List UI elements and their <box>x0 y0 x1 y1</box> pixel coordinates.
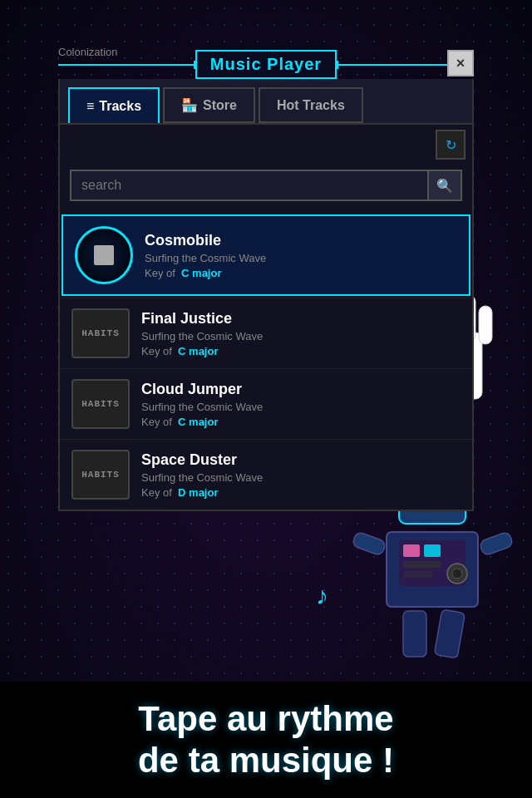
tab-tracks-label: Tracks <box>99 99 141 114</box>
track-info: Space Duster Surfing the Cosmic Wave Key… <box>141 451 461 499</box>
track-key: Key of C major <box>145 267 457 279</box>
track-item-3[interactable]: HABITS Cloud Jumper Surfing the Cosmic W… <box>60 368 472 439</box>
search-input[interactable] <box>71 171 427 200</box>
tab-tracks[interactable]: ≡ Tracks <box>68 87 160 123</box>
stop-icon <box>94 245 114 265</box>
track-key-value: C major <box>178 416 218 428</box>
svg-rect-12 <box>403 544 420 557</box>
title-line-left <box>58 64 195 66</box>
track-list: Cosmobile Surfing the Cosmic Wave Key of… <box>60 214 472 510</box>
track-item-4[interactable]: HABITS Space Duster Surfing the Cosmic W… <box>60 439 472 510</box>
svg-rect-15 <box>403 571 432 578</box>
music-player-modal: Music Player × ≡ Tracks 🏪 Store Hot Trac… <box>58 50 474 511</box>
bottom-tagline: Tape au rythmede ta musique ! <box>0 682 532 798</box>
svg-rect-17 <box>479 531 514 556</box>
tab-hot-tracks[interactable]: Hot Tracks <box>259 87 363 123</box>
svg-rect-16 <box>352 531 387 556</box>
bottom-tagline-text: Tape au rythmede ta musique ! <box>138 698 394 782</box>
refresh-button[interactable]: ↻ <box>436 130 466 160</box>
track-thumb-habits: HABITS <box>71 379 130 429</box>
track-info: Cloud Jumper Surfing the Cosmic Wave Key… <box>141 381 461 428</box>
tab-store-label: Store <box>203 98 237 113</box>
track-name: Cloud Jumper <box>141 381 461 398</box>
track-info: Cosmobile Surfing the Cosmic Wave Key of… <box>145 232 457 279</box>
music-note-3: ♪ <box>316 582 328 610</box>
track-subtitle: Surfing the Cosmic Wave <box>141 330 461 342</box>
store-icon: 🏪 <box>181 97 198 113</box>
modal-title-bracket: Music Player <box>195 50 337 79</box>
track-thumb-active <box>75 226 133 284</box>
svg-rect-13 <box>424 544 441 557</box>
search-input-wrap: 🔍 <box>70 170 462 201</box>
toolbar-area: ↻ <box>60 125 472 165</box>
svg-rect-14 <box>403 561 441 568</box>
search-icon: 🔍 <box>436 178 453 194</box>
track-key: Key of D major <box>141 486 461 499</box>
close-button[interactable]: × <box>447 50 474 76</box>
track-thumb-habits: HABITS <box>71 308 130 358</box>
track-subtitle: Surfing the Cosmic Wave <box>145 252 457 264</box>
tab-bar: ≡ Tracks 🏪 Store Hot Tracks <box>60 79 472 125</box>
track-name: Final Justice <box>141 310 461 328</box>
search-area: 🔍 <box>60 165 472 213</box>
track-name: Cosmobile <box>145 232 457 249</box>
svg-rect-19 <box>434 609 465 658</box>
track-subtitle: Surfing the Cosmic Wave <box>141 471 461 484</box>
modal-title-bar: Music Player × <box>58 50 474 79</box>
track-item-2[interactable]: HABITS Final Justice Surfing the Cosmic … <box>60 298 472 368</box>
tab-hot-tracks-label: Hot Tracks <box>277 98 345 113</box>
track-key: Key of C major <box>141 345 461 357</box>
track-key: Key of C major <box>141 416 461 428</box>
track-key-value: D major <box>178 486 218 499</box>
svg-point-21 <box>452 569 462 579</box>
modal-title: Music Player <box>210 55 322 74</box>
modal-body: ≡ Tracks 🏪 Store Hot Tracks ↻ 🔍 <box>58 79 474 511</box>
tracks-icon: ≡ <box>86 99 94 114</box>
track-subtitle: Surfing the Cosmic Wave <box>141 401 461 413</box>
svg-rect-18 <box>403 611 426 657</box>
track-info: Final Justice Surfing the Cosmic Wave Ke… <box>141 310 461 357</box>
track-key-value: C major <box>181 267 221 279</box>
search-button[interactable]: 🔍 <box>427 171 461 200</box>
track-item-1[interactable]: Cosmobile Surfing the Cosmic Wave Key of… <box>62 214 470 296</box>
track-thumb-habits: HABITS <box>71 450 130 500</box>
track-name: Space Duster <box>141 451 461 469</box>
svg-rect-4 <box>479 306 492 344</box>
track-key-value: C major <box>178 345 218 357</box>
tab-store[interactable]: 🏪 Store <box>163 87 255 123</box>
